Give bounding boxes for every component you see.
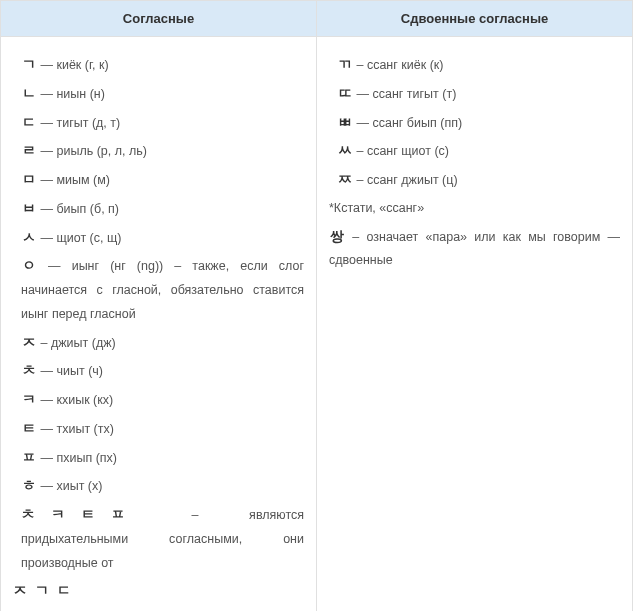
double-consonant-row: ㄲ – ссанг киёк (к) [329,51,620,78]
ssang-definition: 쌍 – означает «пара» или как мы говорим —… [329,223,620,274]
double-consonant-description: – ссанг щиот (с) [353,144,449,158]
consonant-description: — миым (м) [37,173,110,187]
ssang-text: означает «пара» или как мы говорим — сдв… [329,230,620,268]
consonant-description: — чиыт (ч) [37,364,103,378]
ssang-word: 쌍 [329,223,345,250]
consonant-row: ㄷ — тигыт (д, т) [13,109,304,136]
consonant-row: ㅎ — хиыт (х) [13,472,304,499]
consonant-description: — риыль (р, л, ль) [37,144,147,158]
consonant-row: ㅋ — кхиык (кх) [13,386,304,413]
consonant-row: ㄱ — киёк (г, к) [13,51,304,78]
jamo-letter: ㅂ [21,195,37,222]
jamo-letter: ㅎ [21,472,37,499]
consonant-row: ㅈ – джиыт (дж) [13,329,304,356]
header-double-consonants: Сдвоенные согласные [317,1,633,37]
consonant-description: — ниын (н) [37,87,105,101]
consonant-description: — тигыт (д, т) [37,116,120,130]
jamo-letter: ㅊ [21,357,37,384]
double-consonant-row: ㅉ – ссанг джиыт (ц) [329,166,620,193]
consonant-row: ㅂ — биып (б, п) [13,195,304,222]
jamo-letter: ㅌ [21,415,37,442]
double-consonant-description: — ссанг тигыт (т) [353,87,456,101]
jamo-letter: ㄹ [21,137,37,164]
consonants-table: Согласные Сдвоенные согласные ㄱ — киёк (… [0,0,633,611]
consonant-row: ㅇ — иынг (нг (ng)) – также, если слог на… [13,252,304,326]
jamo-letter: ㄴ [21,80,37,107]
separator-dot: . [13,606,304,611]
consonant-row: ㅍ — пхиып (пх) [13,444,304,471]
jamo-letter: ㅍ [21,444,37,471]
consonant-row: ㅌ — тхиыт (тх) [13,415,304,442]
double-consonant-description: – ссанг киёк (к) [353,58,443,72]
double-consonant-description: – ссанг джиыт (ц) [353,173,458,187]
jamo-letter: ㄸ [337,80,353,107]
jamo-letter: ㄲ [337,51,353,78]
consonant-description: — иынг (нг (ng)) – также, если слог начи… [21,259,304,321]
consonant-row: ㅊ — чиыт (ч) [13,357,304,384]
jamo-letter: ㅁ [21,166,37,193]
consonant-description: — киёк (г, к) [37,58,109,72]
cell-consonants: ㄱ — киёк (г, к)ㄴ — ниын (н)ㄷ — тигыт (д,… [1,37,317,612]
double-consonant-row: ㄸ — ссанг тигыт (т) [329,80,620,107]
derived-from: ㅈㄱㄷ [13,577,304,604]
double-consonant-row: ㅃ — ссанг биып (пп) [329,109,620,136]
consonant-description: — щиот (с, щ) [37,231,121,245]
double-consonant-description: — ссанг биып (пп) [353,116,462,130]
jamo-letter: ㅋ [21,386,37,413]
consonant-row: ㄹ — риыль (р, л, ль) [13,137,304,164]
jamo-letter: ㅇ [21,252,37,279]
consonant-row: ㅁ — миым (м) [13,166,304,193]
consonant-description: — хиыт (х) [37,479,102,493]
double-consonant-row: ㅆ – ссанг щиот (с) [329,137,620,164]
jamo-letter: ㅈ [21,329,37,356]
jamo-letter: ㅃ [337,109,353,136]
consonant-description: – джиыт (дж) [37,336,116,350]
header-consonants: Согласные [1,1,317,37]
jamo-letter: ㄱ [21,51,37,78]
ssang-note-intro: *Кстати, «ссанг» [329,197,620,221]
consonant-description: — тхиыт (тх) [37,422,114,436]
cell-double-consonants: ㄲ – ссанг киёк (к)ㄸ — ссанг тигыт (т)ㅃ —… [317,37,633,612]
consonant-row: ㅅ — щиот (с, щ) [13,224,304,251]
aspirated-group: ㅊㅋㅌㅍ [21,506,141,522]
aspirated-note: ㅊㅋㅌㅍ – являются придыхательными согласны… [13,501,304,575]
jamo-letter: ㅆ [337,137,353,164]
consonant-description: — кхиык (кх) [37,393,113,407]
jamo-letter: ㅉ [337,166,353,193]
jamo-letter: ㅅ [21,224,37,251]
consonant-description: — биып (б, п) [37,202,119,216]
jamo-letter: ㄷ [21,109,37,136]
consonant-description: — пхиып (пх) [37,451,117,465]
consonant-row: ㄴ — ниын (н) [13,80,304,107]
